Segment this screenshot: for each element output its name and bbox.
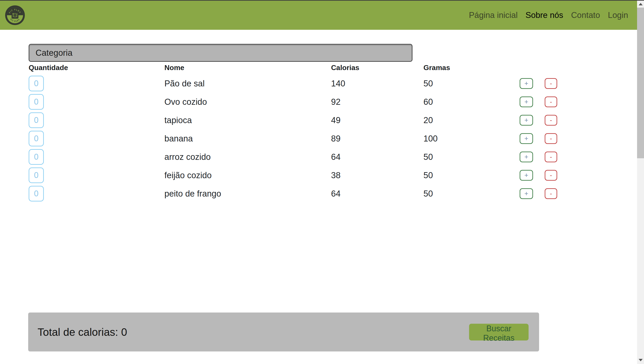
table-row: arroz cozido 64 50 + - bbox=[29, 148, 570, 166]
food-grams: 20 bbox=[424, 111, 433, 129]
main-nav: Página inicial Sobre nós Contato Login bbox=[469, 11, 628, 20]
table-header-row: Quantidade Nome Calorias Gramas bbox=[29, 64, 570, 74]
category-select[interactable]: Categoria bbox=[29, 44, 412, 62]
scrollbar-track[interactable] bbox=[637, 1, 644, 364]
total-calories-label: Total de calorias: 0 bbox=[38, 326, 127, 338]
table-row: feijão cozido 38 50 + - bbox=[29, 166, 570, 185]
decrement-button[interactable]: - bbox=[545, 78, 557, 89]
category-select-label: Categoria bbox=[36, 48, 72, 58]
fitflex-logo[interactable]: FIT FLEX FIT FLEX bbox=[5, 5, 25, 25]
nav-pagina-inicial[interactable]: Página inicial bbox=[469, 11, 518, 20]
quantity-input[interactable] bbox=[29, 94, 44, 110]
increment-button[interactable]: + bbox=[520, 152, 533, 162]
header-quantidade: Quantidade bbox=[29, 64, 68, 72]
quantity-input[interactable] bbox=[29, 76, 44, 91]
table-row: peito de frango 64 50 + - bbox=[29, 185, 570, 203]
food-name: peito de frango bbox=[164, 185, 221, 203]
food-calories: 89 bbox=[331, 130, 340, 148]
plate-cutlery-icon bbox=[12, 12, 18, 19]
food-grams: 100 bbox=[424, 130, 438, 148]
header-gramas: Gramas bbox=[424, 64, 450, 72]
increment-button[interactable]: + bbox=[520, 97, 533, 107]
food-name: feijão cozido bbox=[164, 166, 212, 184]
scrollbar-up-button[interactable] bbox=[637, 1, 644, 8]
quantity-input[interactable] bbox=[29, 131, 44, 146]
quantity-input[interactable] bbox=[29, 186, 44, 201]
decrement-button[interactable]: - bbox=[545, 115, 557, 126]
food-name: Ovo cozido bbox=[164, 93, 207, 111]
total-bar: Total de calorias: 0 Buscar Receitas bbox=[28, 312, 539, 351]
table-row: banana 89 100 + - bbox=[29, 130, 570, 148]
food-calories: 140 bbox=[331, 75, 345, 93]
increment-button[interactable]: + bbox=[520, 133, 533, 144]
decrement-button[interactable]: - bbox=[545, 152, 557, 162]
buscar-receitas-button[interactable]: Buscar Receitas bbox=[469, 324, 528, 340]
food-name: banana bbox=[164, 130, 193, 148]
food-table: Pão de sal 140 50 + - Ovo cozido 92 60 +… bbox=[29, 75, 570, 203]
scrollbar-thumb[interactable] bbox=[637, 8, 644, 158]
food-grams: 50 bbox=[424, 75, 433, 93]
decrement-button[interactable]: - bbox=[545, 133, 557, 144]
decrement-button[interactable]: - bbox=[545, 188, 557, 199]
food-calories: 64 bbox=[331, 185, 340, 203]
food-grams: 50 bbox=[424, 166, 433, 184]
scrollbar-down-button[interactable] bbox=[637, 356, 644, 363]
increment-button[interactable]: + bbox=[520, 188, 533, 199]
food-grams: 60 bbox=[424, 93, 433, 111]
decrement-button[interactable]: - bbox=[545, 170, 557, 181]
table-row: Pão de sal 140 50 + - bbox=[29, 75, 570, 93]
food-grams: 50 bbox=[424, 148, 433, 166]
food-name: arroz cozido bbox=[164, 148, 211, 166]
increment-button[interactable]: + bbox=[520, 115, 533, 126]
table-row: tapioca 49 20 + - bbox=[29, 111, 570, 130]
decrement-button[interactable]: - bbox=[545, 97, 557, 107]
food-calories: 64 bbox=[331, 148, 340, 166]
nav-contato[interactable]: Contato bbox=[571, 11, 600, 20]
food-calories: 92 bbox=[331, 93, 340, 111]
quantity-input[interactable] bbox=[29, 149, 44, 165]
navbar: FIT FLEX FIT FLEX Página inicial Sobre n… bbox=[0, 1, 637, 30]
food-name: tapioca bbox=[164, 111, 192, 129]
header-calorias: Calorias bbox=[331, 64, 359, 72]
increment-button[interactable]: + bbox=[520, 170, 533, 181]
food-calories: 38 bbox=[331, 166, 340, 184]
food-grams: 50 bbox=[424, 185, 433, 203]
food-name: Pão de sal bbox=[164, 75, 205, 93]
header-nome: Nome bbox=[164, 64, 184, 72]
quantity-input[interactable] bbox=[29, 112, 44, 128]
arrow-down-icon bbox=[639, 359, 643, 361]
arrow-up-icon bbox=[639, 3, 643, 5]
increment-button[interactable]: + bbox=[520, 78, 533, 89]
nav-sobre-nos[interactable]: Sobre nós bbox=[526, 11, 563, 20]
nav-login[interactable]: Login bbox=[608, 11, 628, 20]
food-calories: 49 bbox=[331, 111, 340, 129]
table-row: Ovo cozido 92 60 + - bbox=[29, 93, 570, 111]
quantity-input[interactable] bbox=[29, 167, 44, 183]
